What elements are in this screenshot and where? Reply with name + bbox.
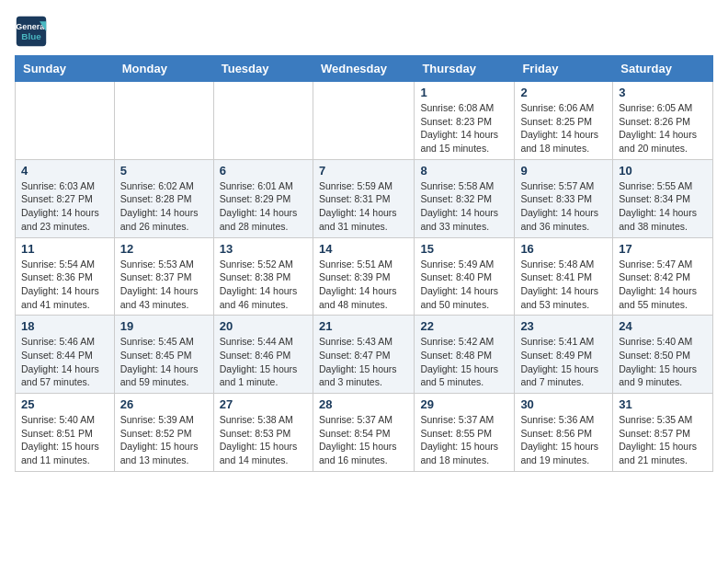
day-info: Sunrise: 5:59 AM Sunset: 8:31 PM Dayligh… — [319, 179, 408, 234]
calendar-cell: 5Sunrise: 6:02 AM Sunset: 8:28 PM Daylig… — [114, 159, 213, 237]
calendar-cell: 1Sunrise: 6:08 AM Sunset: 8:23 PM Daylig… — [415, 82, 515, 160]
day-number: 10 — [619, 164, 707, 178]
day-info: Sunrise: 5:43 AM Sunset: 8:47 PM Dayligh… — [319, 335, 408, 389]
calendar-cell: 16Sunrise: 5:48 AM Sunset: 8:41 PM Dayli… — [515, 237, 613, 316]
calendar-cell: 18Sunrise: 5:46 AM Sunset: 8:44 PM Dayli… — [16, 316, 115, 394]
day-number: 21 — [319, 319, 408, 333]
day-info: Sunrise: 5:40 AM Sunset: 8:51 PM Dayligh… — [21, 413, 108, 467]
week-row-1: 1Sunrise: 6:08 AM Sunset: 8:23 PM Daylig… — [16, 82, 713, 160]
page-header: General Blue — [15, 15, 713, 48]
day-info: Sunrise: 6:05 AM Sunset: 8:26 PM Dayligh… — [619, 101, 707, 155]
week-row-4: 18Sunrise: 5:46 AM Sunset: 8:44 PM Dayli… — [16, 316, 713, 394]
day-info: Sunrise: 5:37 AM Sunset: 8:55 PM Dayligh… — [420, 413, 508, 467]
day-info: Sunrise: 5:40 AM Sunset: 8:50 PM Dayligh… — [619, 335, 707, 389]
calendar-table: SundayMondayTuesdayWednesdayThursdayFrid… — [15, 55, 713, 472]
day-info: Sunrise: 5:51 AM Sunset: 8:39 PM Dayligh… — [319, 258, 408, 312]
day-info: Sunrise: 5:49 AM Sunset: 8:40 PM Dayligh… — [420, 258, 508, 312]
logo-icon: General Blue — [15, 15, 48, 48]
calendar-cell: 30Sunrise: 5:36 AM Sunset: 8:56 PM Dayli… — [515, 394, 613, 472]
day-number: 20 — [220, 319, 307, 333]
day-number: 9 — [520, 164, 607, 178]
day-info: Sunrise: 5:41 AM Sunset: 8:49 PM Dayligh… — [520, 335, 607, 389]
calendar-cell: 4Sunrise: 6:03 AM Sunset: 8:27 PM Daylig… — [16, 159, 115, 237]
day-number: 13 — [220, 242, 307, 256]
calendar-cell: 9Sunrise: 5:57 AM Sunset: 8:33 PM Daylig… — [515, 159, 613, 237]
day-number: 17 — [619, 242, 707, 256]
calendar-cell: 15Sunrise: 5:49 AM Sunset: 8:40 PM Dayli… — [415, 237, 515, 316]
day-info: Sunrise: 5:53 AM Sunset: 8:37 PM Dayligh… — [120, 258, 208, 312]
day-number: 26 — [120, 397, 208, 411]
day-number: 22 — [420, 319, 508, 333]
day-number: 18 — [21, 319, 108, 333]
week-row-3: 11Sunrise: 5:54 AM Sunset: 8:36 PM Dayli… — [16, 237, 713, 316]
day-info: Sunrise: 5:39 AM Sunset: 8:52 PM Dayligh… — [120, 413, 208, 467]
weekday-header-thursday: Thursday — [415, 56, 515, 82]
calendar-cell: 17Sunrise: 5:47 AM Sunset: 8:42 PM Dayli… — [613, 237, 713, 316]
calendar-cell: 20Sunrise: 5:44 AM Sunset: 8:46 PM Dayli… — [213, 316, 313, 394]
calendar-cell — [313, 82, 414, 160]
calendar-cell: 8Sunrise: 5:58 AM Sunset: 8:32 PM Daylig… — [415, 159, 515, 237]
day-number: 5 — [120, 164, 208, 178]
logo: General Blue — [15, 15, 51, 48]
day-info: Sunrise: 6:08 AM Sunset: 8:23 PM Dayligh… — [420, 101, 508, 155]
weekday-header-row: SundayMondayTuesdayWednesdayThursdayFrid… — [16, 56, 713, 82]
day-number: 8 — [420, 164, 508, 178]
day-number: 27 — [220, 397, 307, 411]
day-info: Sunrise: 5:36 AM Sunset: 8:56 PM Dayligh… — [520, 413, 607, 467]
weekday-header-wednesday: Wednesday — [313, 56, 414, 82]
day-number: 4 — [21, 164, 108, 178]
calendar-cell: 3Sunrise: 6:05 AM Sunset: 8:26 PM Daylig… — [613, 82, 713, 160]
day-number: 29 — [420, 397, 508, 411]
calendar-cell — [114, 82, 213, 160]
calendar-cell: 10Sunrise: 5:55 AM Sunset: 8:34 PM Dayli… — [613, 159, 713, 237]
day-info: Sunrise: 5:45 AM Sunset: 8:45 PM Dayligh… — [120, 335, 208, 389]
day-info: Sunrise: 6:02 AM Sunset: 8:28 PM Dayligh… — [120, 179, 208, 234]
day-number: 7 — [319, 164, 408, 178]
day-number: 16 — [520, 242, 607, 256]
weekday-header-friday: Friday — [515, 56, 613, 82]
day-info: Sunrise: 6:01 AM Sunset: 8:29 PM Dayligh… — [220, 179, 307, 234]
calendar-cell: 19Sunrise: 5:45 AM Sunset: 8:45 PM Dayli… — [114, 316, 213, 394]
day-number: 25 — [21, 397, 108, 411]
weekday-header-monday: Monday — [114, 56, 213, 82]
week-row-2: 4Sunrise: 6:03 AM Sunset: 8:27 PM Daylig… — [16, 159, 713, 237]
calendar-cell: 26Sunrise: 5:39 AM Sunset: 8:52 PM Dayli… — [114, 394, 213, 472]
weekday-header-tuesday: Tuesday — [213, 56, 313, 82]
day-info: Sunrise: 5:52 AM Sunset: 8:38 PM Dayligh… — [220, 258, 307, 312]
day-info: Sunrise: 6:06 AM Sunset: 8:25 PM Dayligh… — [520, 101, 607, 155]
calendar-cell: 28Sunrise: 5:37 AM Sunset: 8:54 PM Dayli… — [313, 394, 414, 472]
calendar-cell: 29Sunrise: 5:37 AM Sunset: 8:55 PM Dayli… — [415, 394, 515, 472]
calendar-cell: 27Sunrise: 5:38 AM Sunset: 8:53 PM Dayli… — [213, 394, 313, 472]
day-info: Sunrise: 5:54 AM Sunset: 8:36 PM Dayligh… — [21, 258, 108, 312]
day-number: 30 — [520, 397, 607, 411]
calendar-cell: 31Sunrise: 5:35 AM Sunset: 8:57 PM Dayli… — [613, 394, 713, 472]
day-number: 23 — [520, 319, 607, 333]
day-number: 1 — [420, 86, 508, 99]
weekday-header-saturday: Saturday — [613, 56, 713, 82]
day-info: Sunrise: 5:42 AM Sunset: 8:48 PM Dayligh… — [420, 335, 508, 389]
day-info: Sunrise: 5:35 AM Sunset: 8:57 PM Dayligh… — [619, 413, 707, 467]
day-info: Sunrise: 5:44 AM Sunset: 8:46 PM Dayligh… — [220, 335, 307, 389]
calendar-cell: 24Sunrise: 5:40 AM Sunset: 8:50 PM Dayli… — [613, 316, 713, 394]
day-number: 6 — [220, 164, 307, 178]
day-number: 28 — [319, 397, 408, 411]
calendar-cell — [213, 82, 313, 160]
day-info: Sunrise: 5:38 AM Sunset: 8:53 PM Dayligh… — [220, 413, 307, 467]
calendar-cell: 23Sunrise: 5:41 AM Sunset: 8:49 PM Dayli… — [515, 316, 613, 394]
day-info: Sunrise: 6:03 AM Sunset: 8:27 PM Dayligh… — [21, 179, 108, 234]
day-number: 15 — [420, 242, 508, 256]
day-number: 3 — [619, 86, 707, 99]
calendar-cell: 13Sunrise: 5:52 AM Sunset: 8:38 PM Dayli… — [213, 237, 313, 316]
calendar-cell: 25Sunrise: 5:40 AM Sunset: 8:51 PM Dayli… — [16, 394, 115, 472]
calendar-cell: 22Sunrise: 5:42 AM Sunset: 8:48 PM Dayli… — [415, 316, 515, 394]
day-info: Sunrise: 5:46 AM Sunset: 8:44 PM Dayligh… — [21, 335, 108, 389]
day-info: Sunrise: 5:57 AM Sunset: 8:33 PM Dayligh… — [520, 179, 607, 234]
day-number: 11 — [21, 242, 108, 256]
day-number: 31 — [619, 397, 707, 411]
day-info: Sunrise: 5:47 AM Sunset: 8:42 PM Dayligh… — [619, 258, 707, 312]
calendar-cell: 7Sunrise: 5:59 AM Sunset: 8:31 PM Daylig… — [313, 159, 414, 237]
day-number: 12 — [120, 242, 208, 256]
day-number: 14 — [319, 242, 408, 256]
day-info: Sunrise: 5:55 AM Sunset: 8:34 PM Dayligh… — [619, 179, 707, 234]
calendar-cell: 21Sunrise: 5:43 AM Sunset: 8:47 PM Dayli… — [313, 316, 414, 394]
